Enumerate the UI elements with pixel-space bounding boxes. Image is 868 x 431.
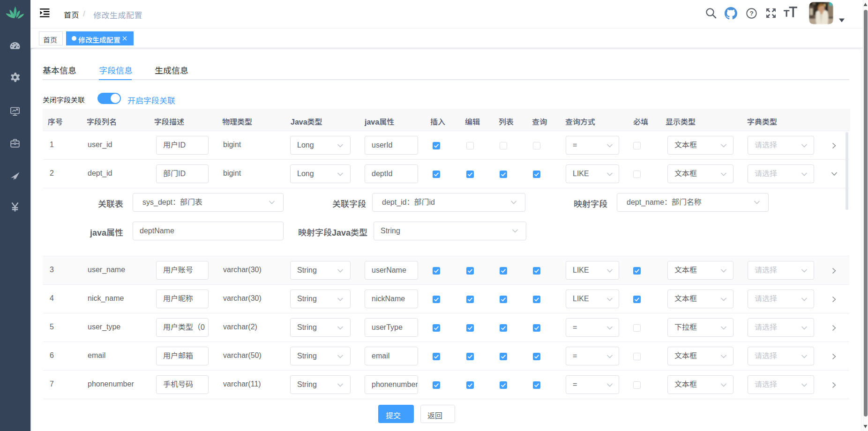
svg-text:?: ? xyxy=(749,10,753,17)
